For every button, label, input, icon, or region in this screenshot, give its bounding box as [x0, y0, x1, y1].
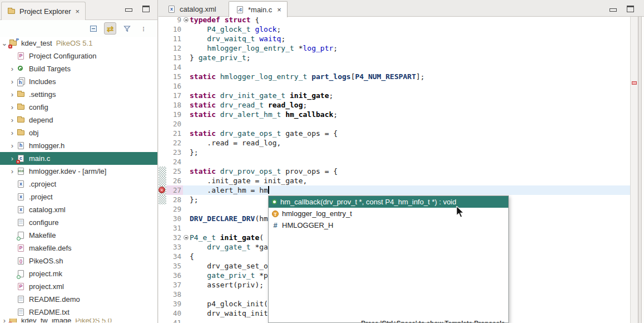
minimize-icon[interactable] [125, 8, 132, 12]
tree-item-build-targets[interactable]: ›Build Targets [0, 62, 157, 75]
chevron-right-icon[interactable]: › [1, 319, 8, 322]
tree-item-makefile[interactable]: Makefile [0, 229, 157, 242]
code-line-10[interactable]: 10 P4_glock_t glock; [158, 25, 630, 34]
line-number: 24 [166, 157, 183, 167]
fold-ruler [183, 195, 190, 204]
typedef-icon: T [272, 211, 279, 217]
tree-item-.settings[interactable]: ›.settings [0, 88, 157, 101]
code-line-25[interactable]: 25static drv_prov_ops_t prov_ops = { [158, 167, 630, 176]
maximize-icon[interactable] [627, 6, 634, 12]
code-line-13[interactable]: 13} gate_priv_t; [158, 53, 630, 62]
code-line-24[interactable]: 24 [158, 157, 630, 167]
fold-ruler [183, 34, 190, 43]
tree-item-project-configuration[interactable]: PProject Configuration [0, 50, 157, 62]
chevron-right-icon[interactable]: › [9, 141, 16, 150]
code-text: static drv_alert_hm_t hm_callback; [190, 110, 630, 119]
tree-item-label: project.xml [29, 282, 64, 291]
collapse-all-button[interactable] [87, 22, 100, 35]
annotation-ruler [158, 280, 166, 290]
code-line-27[interactable]: ✕27 .alert_hm = hm [158, 185, 630, 195]
tree-item-configure[interactable]: configure [0, 216, 157, 229]
tree-item-main.c[interactable]: ›cxmain.c [0, 152, 157, 165]
code-line-17[interactable]: 17static drv_init_gate_t init_gate; [158, 91, 630, 100]
tree-item-hmlogger.kdev-arm-le-[interactable]: ›010hmlogger.kdev - [arm/le] [0, 165, 157, 178]
tree-item-depend[interactable]: ›depend [0, 114, 157, 126]
panel-divider[interactable] [638, 0, 644, 323]
code-line-21[interactable]: 21static drv_gate_ops_t gate_ops = { [158, 129, 630, 138]
tree-item-includes[interactable]: ›hIncludes [0, 75, 157, 88]
annotation-ruler [158, 261, 166, 271]
code-line-26[interactable]: 26 .init_gate = init_gate, [158, 176, 630, 185]
completion-item-typedef[interactable]: Thmlogger_log_entry_t [269, 208, 508, 219]
chevron-right-icon[interactable]: › [9, 65, 16, 73]
code-line-16[interactable]: 16 [158, 81, 630, 91]
fold-ruler [183, 91, 190, 100]
fold-collapse-icon[interactable] [183, 233, 190, 242]
tree-item-.cproject[interactable]: x.cproject [0, 178, 157, 190]
view-menu-button[interactable]: ⁝ [137, 22, 150, 35]
overview-ruler[interactable] [630, 17, 638, 323]
tree-item-obj[interactable]: ›obj [0, 126, 157, 139]
code-line-18[interactable]: 18static drv_read_t read_log; [158, 100, 630, 110]
code-line-15[interactable]: 15static hmlogger_log_entry_t part_logs[… [158, 72, 630, 81]
tree-item-readme.demo[interactable]: README.demo [0, 293, 157, 306]
close-icon[interactable]: × [277, 6, 281, 14]
range-indicator [158, 176, 166, 185]
chevron-right-icon[interactable]: › [9, 77, 16, 86]
annotation-ruler [158, 290, 166, 299]
close-icon[interactable]: × [75, 7, 80, 16]
chevron-right-icon[interactable]: › [9, 90, 16, 99]
text-file-icon [17, 218, 26, 227]
link-with-editor-icon: ⇄ [107, 25, 114, 33]
code-line-19[interactable]: 19static drv_alert_hm_t hm_callback; [158, 110, 630, 119]
chevron-down-icon[interactable]: ⌄ [1, 39, 8, 47]
filter-button[interactable] [121, 22, 133, 35]
line-number: 19 [166, 110, 183, 119]
maximize-icon[interactable] [142, 6, 150, 12]
fold-ruler [183, 53, 190, 62]
chevron-right-icon[interactable]: › [9, 154, 16, 163]
fold-ruler [183, 223, 190, 233]
tree-item-makefile.defs[interactable]: Pmakefile.defs [0, 242, 157, 255]
tree-item-config[interactable]: ›config [0, 101, 157, 114]
tree-item-project.xml[interactable]: Pproject.xml [0, 280, 157, 293]
chevron-right-icon[interactable]: › [9, 129, 16, 137]
link-with-editor-button[interactable]: ⇄ [104, 22, 116, 35]
line-number: 38 [166, 290, 183, 299]
line-number: 21 [166, 129, 183, 138]
tree-item-kdev-test[interactable]: ⌄Pxkdev_testPikeOS 5.1 [0, 37, 157, 50]
tree-item-project.mk[interactable]: project.mk [0, 267, 157, 280]
tree-item-decoration: PikeOS 5.1 [56, 39, 93, 47]
tree-item-kdev-fw-image[interactable]: ›Pxkdev_fw_imagePikeOS 5.0 [0, 319, 157, 322]
tree-item-hmlogger.h[interactable]: ›hhmlogger.h [0, 139, 157, 152]
completion-item-function[interactable]: hm_callback(drv_prov_t *, const P4_hm_in… [269, 196, 508, 208]
tree-item-.project[interactable]: x.project [0, 190, 157, 203]
code-line-12[interactable]: 12 hmlogger_log_entry_t *log_ptr; [158, 43, 630, 53]
code-line-11[interactable]: 11 drv_waitq_t waitq; [158, 34, 630, 43]
tree-item-label: Includes [29, 77, 56, 86]
tree-item-readme.txt[interactable]: README.txt [0, 306, 157, 319]
code-line-22[interactable]: 22 .read = read_log, [158, 138, 630, 148]
error-marker[interactable] [632, 81, 637, 85]
error-icon[interactable]: ✕ [158, 187, 165, 193]
code-line-20[interactable]: 20 [158, 119, 630, 129]
fold-ruler [183, 280, 190, 290]
fold-ruler [183, 62, 190, 72]
fold-ruler [183, 290, 190, 299]
chevron-right-icon[interactable]: › [9, 167, 16, 175]
folder-icon [17, 90, 26, 99]
code-line-23[interactable]: 23}; [158, 148, 630, 157]
chevron-right-icon[interactable]: › [9, 103, 16, 111]
tab-project-explorer[interactable]: Project Explorer × [1, 2, 86, 20]
chevron-right-icon[interactable]: › [9, 116, 16, 124]
tab-main-c[interactable]: .c *main.c × [229, 1, 288, 17]
completion-item-macro[interactable]: #HMLOGGER_H [269, 219, 508, 231]
tree-item-label: kdev_fw_image [21, 319, 71, 322]
code-line-14[interactable]: 14 [158, 62, 630, 72]
tree-item-pikeos.sh[interactable]: {}PikeOS.sh [0, 255, 157, 267]
line-number: 36 [166, 271, 183, 280]
minimize-icon[interactable] [610, 8, 617, 12]
tree-item-catalog.xml[interactable]: xcatalog.xml [0, 203, 157, 216]
tab-catalog-xml[interactable]: x catalog.xml [161, 1, 222, 17]
line-number: 35 [166, 261, 183, 271]
